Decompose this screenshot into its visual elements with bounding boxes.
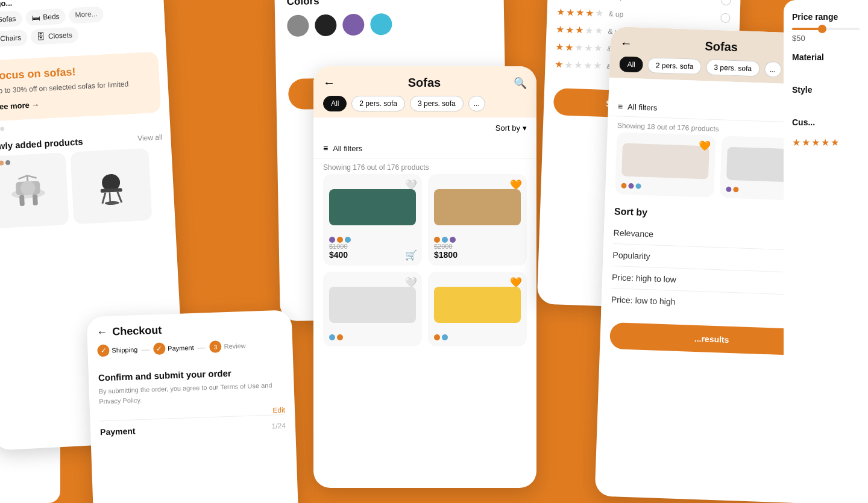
checkout-title: Checkout [112,324,162,339]
wishlist-p5-1[interactable]: 🧡 [699,140,711,152]
svg-line-6 [27,175,36,178]
edit-link[interactable]: Edit [272,406,285,415]
closet-chip-icon: 🗄 [37,31,46,42]
confirm-desc: By submitting the order, you agree to ou… [99,380,285,407]
filter-2pers[interactable]: 2 pers. sofa [351,96,405,111]
chip-closets[interactable]: 🗄 Closets [30,27,78,45]
material-spacer [792,67,860,85]
search-button[interactable]: 🔍 [514,77,527,90]
payment-label: Payment [100,426,136,437]
step-dash-2: — [197,342,206,352]
svg-rect-3 [33,194,38,205]
more-chip[interactable]: More... [69,6,104,23]
product-p5-1[interactable]: 🧡 [615,132,715,198]
see-more-link[interactable]: See more → [0,94,151,111]
promo-banner: Focus on sofas! Up to 30% off on selecte… [0,52,161,122]
filter-2pers-2[interactable]: 2 pers. sofa [647,57,702,75]
and-up-4: & up [608,10,623,19]
filter-3pers-2[interactable]: 3 pers. sofa [706,59,760,77]
slider-thumb[interactable] [818,25,826,33]
product-card-2[interactable] [70,148,152,225]
step-dash-1: — [141,344,150,354]
radio-5[interactable] [721,0,731,5]
star: ★ [576,0,585,1]
all-filters-label-2[interactable]: All filters [627,102,658,112]
svg-line-10 [102,192,106,203]
filter-all[interactable]: All [323,96,347,111]
pcolor3-1 [329,334,335,340]
product-price-2: $1800 [434,250,521,260]
star: ★ [585,7,594,19]
product-image-1 [329,180,416,234]
filter-more-2[interactable]: ... [764,61,782,78]
all-filters-label[interactable]: All filters [333,144,362,153]
stars-1: ★ ★ ★ ★ ★ [555,58,602,72]
wishlist-button-2[interactable]: 🧡 [510,179,522,190]
chip-sofas[interactable]: 🛋 Sofas [0,10,22,28]
wishlist-button-3[interactable]: 🤍 [405,276,417,288]
product-image-4 [434,278,521,332]
pc1 [621,183,626,189]
star: ★ [596,0,605,2]
sofa-dark-img [329,189,416,225]
swatch-purple[interactable] [342,14,365,36]
filter-icon-2: ≡ [618,101,623,111]
rating-5[interactable]: ★ ★ ★ ★ ★ & up [557,0,731,6]
product-image-3 [329,278,416,332]
product-colors-4 [434,334,521,340]
pcolor3-2 [337,334,343,340]
sort-dropdown[interactable]: Sort by ▾ [495,123,527,133]
product-old-price-2: $2000 [434,243,521,250]
radio-4[interactable] [720,13,731,23]
pc3 [635,183,641,189]
star: ★ [557,0,566,1]
step-payment: ✓ Payment [153,342,194,355]
pcolor-3 [345,237,351,243]
chip-chairs[interactable]: 🪑 Chairs [0,30,28,48]
chair-image-2 [86,161,136,211]
svg-line-7 [18,175,27,179]
price-slider-track [792,28,860,30]
right-star-2: ★ [802,137,810,148]
star: ★ [586,0,595,1]
back-button[interactable]: ← [323,76,335,90]
cart-button-1[interactable]: 🛒 [405,249,417,261]
product-grid-item-1[interactable]: 🤍 $1000 $400 🛒 [323,174,422,266]
chip-beds[interactable]: 🛏 Beds [25,8,66,26]
pcolor2-3 [450,237,456,243]
star: ★ [576,7,585,18]
star-empty: ★ [574,59,583,70]
swatch-gray[interactable] [287,14,309,37]
sofas-title: Sofas [335,76,514,90]
filter-all-2[interactable]: All [619,56,643,72]
step-shipping: ✓ Shipping [97,343,137,357]
product-grid-item-2[interactable]: 🧡 $2000 $1800 [428,174,527,266]
pcolor4-1 [434,334,440,340]
checkout-back[interactable]: ← [96,326,108,339]
filter-more[interactable]: ... [468,96,485,111]
stars-3: ★ ★ ★ ★ ★ [556,23,603,37]
pcolor-2 [337,237,343,243]
img-p5-1 [621,143,709,179]
back-button-2[interactable]: ← [620,36,632,51]
product-grid-item-3[interactable]: 🤍 [323,272,422,346]
sofa-yellow-img [434,287,521,323]
star-empty: ★ [594,42,603,54]
step-check-payment: ✓ [153,343,166,355]
product-grid-item-4[interactable]: 🧡 [428,272,527,346]
star-empty: ★ [574,42,583,53]
filter-3pers[interactable]: 3 pers. sofa [410,96,464,111]
right-star-4: ★ [821,137,829,148]
swatch-black[interactable] [315,14,337,37]
star-empty: ★ [595,7,604,19]
wishlist-button-4[interactable]: 🧡 [510,276,522,288]
pc4 [726,187,731,192]
product-card-1[interactable] [0,152,69,229]
stars-5: ★ ★ ★ ★ ★ [557,0,605,2]
checkout-content: Confirm and submit your order By submitt… [88,357,296,446]
product-colors-3 [329,334,416,340]
swatch-teal[interactable] [370,13,392,36]
page-num: 1/24 [271,422,286,431]
rating-4[interactable]: ★ ★ ★ ★ ★ & up [556,6,730,23]
phone-sofas-list: ← Sofas 🔍 All 2 pers. sofa 3 pers. sofa … [313,66,536,488]
